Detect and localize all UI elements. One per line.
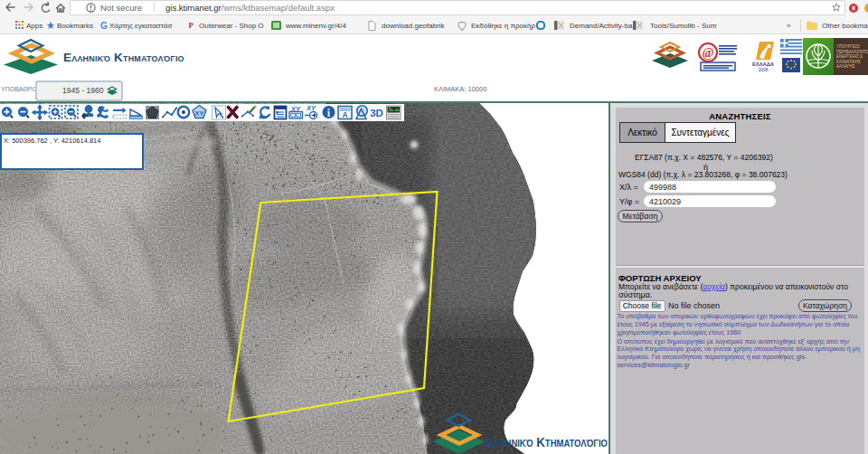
svg-text:Ελληνικό Κτηματολόγιο: Ελληνικό Κτηματολόγιο [486,434,608,449]
svg-text:@: @ [702,46,713,60]
svg-text:A: A [342,110,347,119]
svg-text:3D: 3D [370,107,383,118]
svg-text:P: P [188,21,193,30]
svg-text:XY: XY [306,104,316,112]
svg-text:XY: XY [194,109,203,117]
svg-text:2008: 2008 [759,68,769,72]
svg-text:ΕΛΛΑΔΑ: ΕΛΛΑΔΑ [752,61,775,67]
